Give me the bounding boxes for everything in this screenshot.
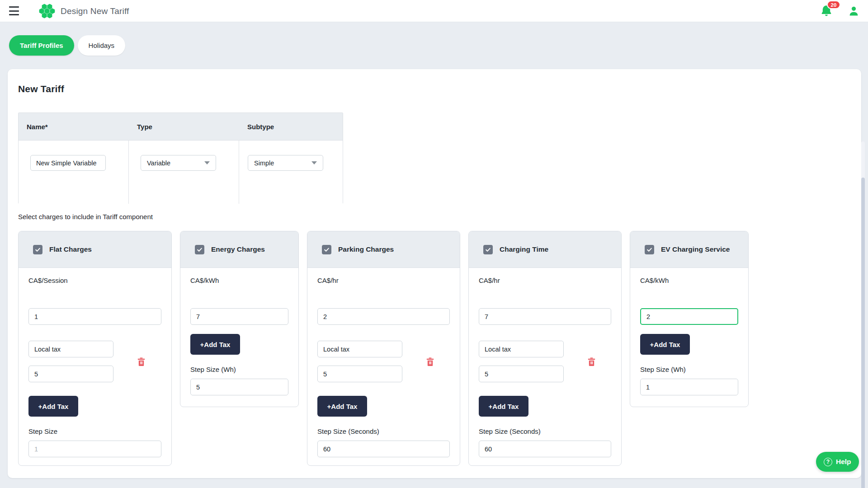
scrollbar-thumb[interactable] bbox=[861, 178, 865, 488]
ev-charging-service-rate-input[interactable] bbox=[640, 308, 738, 325]
parking-charges-title: Parking Charges bbox=[338, 245, 394, 253]
flat-charges-title: Flat Charges bbox=[49, 245, 92, 253]
charging-time-rate-input[interactable] bbox=[479, 308, 611, 325]
parking-charges-tax-row bbox=[317, 341, 450, 382]
energy-charges-step-size-input[interactable] bbox=[190, 379, 288, 395]
charging-time-card: Charging TimeCA$/hr+Add TaxStep Size (Se… bbox=[468, 231, 622, 466]
energy-charges-unit-label: CA$/kWh bbox=[190, 277, 288, 284]
energy-charges-rate-input[interactable] bbox=[190, 308, 288, 325]
energy-charges-add-tax-button[interactable]: +Add Tax bbox=[190, 334, 240, 355]
energy-charges-step-size-label: Step Size (Wh) bbox=[190, 366, 288, 373]
flat-charges-delete-tax-icon[interactable] bbox=[137, 357, 146, 366]
charging-time-delete-tax-icon[interactable] bbox=[587, 357, 596, 366]
charging-time-step-size-input[interactable] bbox=[479, 441, 611, 457]
charging-time-checkbox[interactable] bbox=[483, 245, 493, 254]
energy-charges-header: Energy Charges bbox=[180, 231, 298, 268]
tariff-type-select[interactable]: Variable bbox=[141, 155, 216, 171]
new-tariff-panel: New Tariff Name* Type Subtype Variable S… bbox=[8, 69, 861, 478]
column-header-type: Type bbox=[129, 113, 239, 140]
charging-time-add-tax-button[interactable]: +Add Tax bbox=[479, 396, 528, 417]
notification-count-badge: 20 bbox=[827, 0, 840, 9]
tab-tariff-profiles[interactable]: Tariff Profiles bbox=[9, 35, 74, 56]
column-header-subtype: Subtype bbox=[239, 113, 343, 140]
ev-charging-service-unit-label: CA$/kWh bbox=[640, 277, 738, 284]
flat-charges-step-size-input[interactable] bbox=[28, 441, 161, 457]
tariff-subtype-value: Simple bbox=[254, 160, 274, 167]
section-heading: New Tariff bbox=[18, 84, 64, 94]
ev-charging-service-title: EV Charging Service bbox=[661, 245, 730, 253]
parking-charges-step-size-label: Step Size (Seconds) bbox=[317, 427, 450, 435]
app-logo-icon bbox=[38, 2, 56, 22]
charging-time-step-size-label: Step Size (Seconds) bbox=[479, 427, 611, 435]
flat-charges-checkbox[interactable] bbox=[33, 245, 42, 254]
chevron-down-icon bbox=[204, 161, 210, 164]
parking-charges-tax-value-input[interactable] bbox=[317, 366, 402, 382]
parking-charges-checkbox[interactable] bbox=[322, 245, 331, 254]
parking-charges-tax-name-input[interactable] bbox=[317, 341, 402, 357]
table-header-row: Name* Type Subtype bbox=[19, 113, 343, 141]
page-title: Design New Tariff bbox=[61, 0, 129, 22]
flat-charges-tax-value-input[interactable] bbox=[28, 366, 113, 382]
flat-charges-unit-label: CA$/Session bbox=[28, 277, 161, 284]
tariff-name-input[interactable] bbox=[30, 155, 106, 171]
flat-charges-tax-name-input[interactable] bbox=[28, 341, 113, 357]
charging-time-header: Charging Time bbox=[469, 231, 621, 268]
ev-charging-service-step-size-label: Step Size (Wh) bbox=[640, 366, 738, 373]
chevron-down-icon bbox=[311, 161, 317, 164]
parking-charges-header: Parking Charges bbox=[307, 231, 460, 268]
column-header-name: Name* bbox=[19, 113, 129, 140]
tab-bar: Tariff Profiles Holidays bbox=[9, 35, 125, 56]
ev-charging-service-add-tax-button[interactable]: +Add Tax bbox=[640, 334, 690, 355]
menu-icon[interactable] bbox=[9, 6, 20, 15]
flat-charges-add-tax-button[interactable]: +Add Tax bbox=[28, 396, 78, 417]
select-charges-label: Select charges to include in Tariff comp… bbox=[18, 213, 153, 221]
parking-charges-rate-input[interactable] bbox=[317, 308, 450, 325]
energy-charges-checkbox[interactable] bbox=[195, 245, 204, 254]
charging-time-tax-row bbox=[479, 341, 611, 382]
flat-charges-step-size-label: Step Size bbox=[28, 427, 161, 435]
flat-charges-tax-row bbox=[28, 341, 161, 382]
ev-charging-service-card: EV Charging ServiceCA$/kWh+Add TaxStep S… bbox=[630, 231, 749, 407]
flat-charges-header: Flat Charges bbox=[19, 231, 171, 268]
charging-time-unit-label: CA$/hr bbox=[479, 277, 611, 284]
parking-charges-card: Parking ChargesCA$/hr+Add TaxStep Size (… bbox=[307, 231, 460, 466]
parking-charges-add-tax-button[interactable]: +Add Tax bbox=[317, 396, 367, 417]
flat-charges-rate-input[interactable] bbox=[28, 308, 161, 325]
tariff-subtype-select[interactable]: Simple bbox=[248, 155, 323, 171]
energy-charges-title: Energy Charges bbox=[211, 245, 265, 253]
flat-charges-card: Flat ChargesCA$/Session+Add TaxStep Size bbox=[18, 231, 172, 466]
help-button-label: Help bbox=[836, 458, 851, 466]
parking-charges-step-size-input[interactable] bbox=[317, 441, 450, 457]
tariff-type-value: Variable bbox=[147, 160, 170, 167]
top-bar: Design New Tariff 20 bbox=[0, 0, 868, 22]
ev-charging-service-step-size-input[interactable] bbox=[640, 379, 738, 395]
charging-time-tax-value-input[interactable] bbox=[479, 366, 564, 382]
charging-time-tax-name-input[interactable] bbox=[479, 341, 564, 357]
charges-row: Flat ChargesCA$/Session+Add TaxStep Size… bbox=[18, 231, 749, 466]
parking-charges-delete-tax-icon[interactable] bbox=[426, 357, 434, 366]
help-button[interactable]: ? Help bbox=[816, 452, 859, 472]
parking-charges-unit-label: CA$/hr bbox=[317, 277, 450, 284]
tab-holidays[interactable]: Holidays bbox=[78, 35, 126, 56]
question-mark-icon: ? bbox=[824, 458, 832, 466]
energy-charges-card: Energy ChargesCA$/kWh+Add TaxStep Size (… bbox=[180, 231, 299, 407]
table-body-row: Variable Simple bbox=[19, 141, 343, 204]
user-profile-icon[interactable] bbox=[848, 5, 860, 18]
ev-charging-service-checkbox[interactable] bbox=[645, 245, 654, 254]
charging-time-title: Charging Time bbox=[500, 245, 548, 253]
tariff-meta-table: Name* Type Subtype Variable Simple bbox=[18, 113, 343, 204]
ev-charging-service-header: EV Charging Service bbox=[630, 231, 748, 268]
